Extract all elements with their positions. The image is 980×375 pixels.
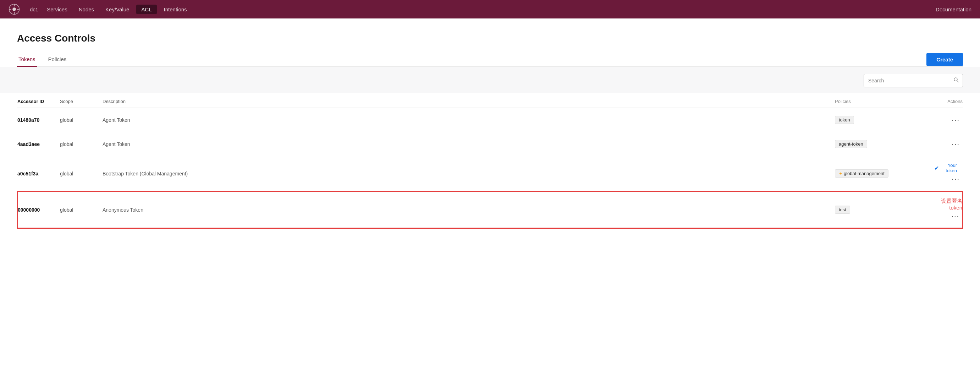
- description: Agent Token: [103, 132, 835, 156]
- search-input[interactable]: [864, 75, 950, 86]
- svg-point-1: [13, 8, 16, 11]
- tab-tokens[interactable]: Tokens: [17, 53, 37, 67]
- col-header-description: Description: [103, 93, 835, 108]
- policy-badge: token: [835, 116, 854, 124]
- actions-cell: ···: [934, 132, 963, 156]
- policy-badge: test: [835, 206, 850, 214]
- documentation-link[interactable]: Documentation: [935, 6, 972, 13]
- description: Bootstrap Token (Global Management): [103, 156, 835, 191]
- nav-items: Services Nodes Key/Value ACL Intentions: [43, 4, 935, 14]
- svg-line-7: [957, 81, 958, 82]
- actions-menu-button[interactable]: ···: [949, 114, 963, 125]
- policy-badge-global-management: ✦ global-management: [835, 169, 888, 177]
- scope: global: [60, 108, 103, 132]
- policies-cell: test: [835, 191, 934, 228]
- tokens-table: Accessor ID Scope Description Policies A…: [17, 93, 963, 229]
- annotation-text: 设置匿名token: [941, 198, 962, 211]
- actions-menu-button[interactable]: ···: [949, 173, 963, 184]
- policies-cell: token: [835, 108, 934, 132]
- your-token-indicator: ✔ Your token: [934, 163, 957, 173]
- table-row-anonymous: 00000000 global Anonymous Token test 设置匿…: [18, 191, 963, 228]
- col-header-scope: Scope: [60, 93, 103, 108]
- actions-menu-button[interactable]: ···: [949, 139, 963, 150]
- tab-policies[interactable]: Policies: [47, 53, 68, 67]
- your-token-label: Your token: [941, 163, 957, 173]
- table-header-row: Accessor ID Scope Description Policies A…: [18, 93, 963, 108]
- actions-cell: 设置匿名token ···: [934, 191, 963, 228]
- scope: global: [60, 156, 103, 191]
- nav-datacenter[interactable]: dc1: [25, 4, 43, 14]
- consul-logo: [8, 3, 20, 15]
- policy-badge-label: global-management: [844, 171, 885, 176]
- policy-badge: agent-token: [835, 140, 867, 148]
- accessor-id: 01480a70: [18, 108, 60, 132]
- accessor-id: 00000000: [18, 191, 60, 228]
- description: Agent Token: [103, 108, 835, 132]
- search-box: [864, 74, 963, 87]
- table-row: 01480a70 global Agent Token token ···: [18, 108, 963, 132]
- col-header-accessor-id: Accessor ID: [18, 93, 60, 108]
- page-title: Access Controls: [17, 33, 963, 44]
- nav-item-intentions[interactable]: Intentions: [160, 4, 191, 14]
- scope: global: [60, 132, 103, 156]
- tabs-row: Tokens Policies Create: [17, 53, 963, 67]
- navbar: dc1 Services Nodes Key/Value ACL Intenti…: [0, 0, 980, 19]
- nav-item-services[interactable]: Services: [43, 4, 72, 14]
- policies-cell: agent-token: [835, 132, 934, 156]
- check-circle-icon: ✔: [934, 165, 939, 172]
- create-button[interactable]: Create: [926, 53, 963, 66]
- accessor-id: a0c51f3a: [18, 156, 60, 191]
- search-icon-button[interactable]: [950, 74, 963, 87]
- actions-menu-button[interactable]: ···: [948, 211, 962, 222]
- actions-cell: ···: [934, 108, 963, 132]
- nav-item-keyvalue[interactable]: Key/Value: [101, 4, 134, 14]
- table-wrap: Accessor ID Scope Description Policies A…: [17, 93, 963, 229]
- col-header-actions: Actions: [934, 93, 963, 108]
- search-row: [0, 67, 980, 93]
- scope: global: [60, 191, 103, 228]
- col-header-policies: Policies: [835, 93, 934, 108]
- table-row: 4aad3aee global Agent Token agent-token …: [18, 132, 963, 156]
- table-row: a0c51f3a global Bootstrap Token (Global …: [18, 156, 963, 191]
- description: Anonymous Token: [103, 191, 835, 228]
- star-icon: ✦: [839, 171, 842, 176]
- policies-cell: ✦ global-management: [835, 156, 934, 191]
- nav-item-acl[interactable]: ACL: [136, 5, 156, 14]
- main-content: Access Controls Tokens Policies Create A…: [0, 19, 980, 243]
- actions-cell: ✔ Your token ···: [934, 156, 963, 191]
- search-icon: [953, 77, 959, 83]
- accessor-id: 4aad3aee: [18, 132, 60, 156]
- nav-item-nodes[interactable]: Nodes: [75, 4, 98, 14]
